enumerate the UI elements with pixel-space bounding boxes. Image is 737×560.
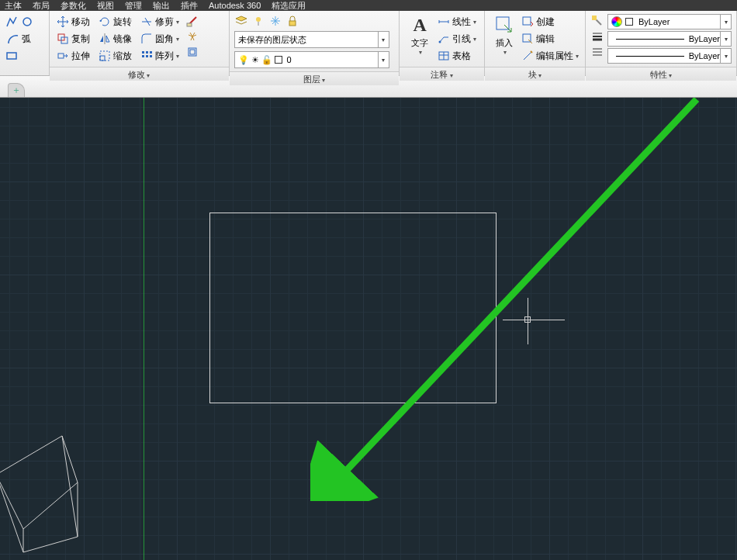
menu-item[interactable]: 精选应用 [272,0,306,12]
layer-props-icon[interactable] [234,14,248,28]
create-block-icon [521,15,535,29]
panel-layer: 未保存的图层状态 ▾ 💡 ☀ 🔓 0 ▾ 图层 [230,11,400,75]
svg-rect-12 [150,55,152,57]
svg-rect-21 [523,17,531,25]
copy-button[interactable]: 复制 [54,31,92,47]
array-icon [140,49,154,63]
layer-lock-icon[interactable] [285,14,299,28]
leader-button[interactable]: 引线▾ [435,31,478,47]
menu-item[interactable]: 主体 [5,0,22,12]
edit-block-icon [521,32,535,46]
drawn-rectangle [209,213,497,403]
table-icon [437,49,451,63]
dimension-icon [437,15,451,29]
stretch-button[interactable]: 拉伸 [54,48,92,64]
line-preview [616,56,684,57]
pick-box [524,316,531,323]
panel-properties: ByLayer ▾ ByLayer ▾ ByLayer ▾ 特性 [586,11,737,75]
unlock-icon: 🔓 [261,55,272,65]
panel-title-modify[interactable]: 修改 [50,67,229,81]
move-icon [56,15,70,29]
drawn-wireframe [0,420,132,560]
arc-label: 弧 [22,33,31,46]
panel-title-layer[interactable]: 图层 [230,71,400,85]
panel-annotate: A 文字 ▾ 线性▾ 引线▾ 表格 注释 [400,11,485,75]
fillet-button[interactable]: 圆角▾ [138,31,181,47]
fillet-icon [140,32,154,46]
create-block-button[interactable]: 创建 [519,14,580,29]
layer-freeze-icon[interactable] [268,14,282,28]
menu-item[interactable]: 布局 [33,0,50,12]
arc-icon [6,32,20,46]
drawing-canvas[interactable] [0,98,737,560]
menu-item[interactable]: 插件 [181,0,198,12]
insert-button[interactable]: 插入 ▾ [490,14,519,56]
y-axis-line [144,98,144,560]
chevron-down-icon: ▾ [720,49,731,63]
mirror-button[interactable]: 镜像 [96,31,133,47]
circle-icon[interactable] [20,15,34,29]
panel-title-annotate[interactable]: 注释 [400,67,484,81]
layer-state-dropdown[interactable]: 未保存的图层状态 ▾ [234,31,389,48]
text-button[interactable]: A 文字 ▾ [404,14,435,56]
trim-button[interactable]: 修剪▾ [138,14,181,29]
chevron-down-icon: ▾ [378,32,389,47]
menu-item[interactable]: 参数化 [61,0,86,12]
edit-block-button[interactable]: 编辑 [519,31,580,47]
copy-icon [56,32,70,46]
panel-modify: 移动 复制 拉伸 旋转 镜像 [50,11,230,75]
text-icon: A [409,14,431,36]
chevron-down-icon: ▾ [378,52,389,67]
layer-current-dropdown[interactable]: 💡 ☀ 🔓 0 ▾ [234,51,389,68]
sun-icon: ☀ [251,55,259,65]
menu-item[interactable]: 输出 [153,0,170,12]
explode-icon[interactable] [185,29,199,43]
scale-icon [98,49,112,63]
insert-icon [493,14,515,36]
move-button[interactable]: 移动 [54,14,92,29]
menu-item[interactable]: Autodesk 360 [209,1,261,10]
layer-off-icon[interactable] [251,14,265,28]
new-tab-button[interactable]: ＋ [8,83,25,97]
scale-button[interactable]: 缩放 [96,48,133,64]
erase-icon[interactable] [185,14,199,28]
panel-title-block[interactable]: 块 [485,67,585,81]
edit-attr-button[interactable]: 编辑属性▾ [519,48,580,64]
match-properties-icon[interactable] [590,14,604,28]
lineweight-dropdown[interactable]: ByLayer ▾ [607,48,732,64]
rotate-icon [98,15,112,29]
menu-item[interactable]: 视图 [97,0,114,12]
chevron-down-icon: ▾ [720,32,731,46]
lightbulb-icon: 💡 [238,55,249,65]
table-button[interactable]: 表格 [435,48,478,64]
svg-rect-15 [190,50,195,54]
rectangle-icon[interactable] [5,49,19,63]
trim-icon [140,15,154,29]
arc-button[interactable]: 弧 [5,31,33,47]
svg-rect-1 [7,53,16,59]
menu-item[interactable]: 管理 [125,0,142,12]
panel-title-properties[interactable]: 特性 [586,67,736,81]
lineweight-icon[interactable] [590,29,604,43]
list-icon[interactable] [590,45,604,59]
color-dropdown[interactable]: ByLayer ▾ [607,14,732,29]
mirror-icon [98,32,112,46]
svg-point-18 [439,41,441,43]
panel-draw: 弧 [0,11,50,75]
linetype-dropdown[interactable]: ByLayer ▾ [607,31,732,47]
polyline-icon[interactable] [5,15,19,29]
svg-point-0 [23,18,31,26]
svg-rect-10 [142,55,144,57]
panel-block: 插入 ▾ 创建 编辑 编辑属性▾ 块 [485,11,586,75]
linear-dimension-button[interactable]: 线性▾ [435,14,478,29]
ribbon: 弧 移动 复制 拉伸 [0,11,737,76]
svg-rect-11 [146,55,148,57]
leader-icon [437,32,451,46]
array-button[interactable]: 阵列▾ [138,48,181,64]
svg-point-16 [256,17,261,22]
chevron-down-icon: ▾ [720,15,731,29]
colorwheel-icon [611,16,622,27]
offset-icon[interactable] [185,45,199,59]
rotate-button[interactable]: 旋转 [96,14,133,29]
svg-rect-9 [150,51,152,54]
